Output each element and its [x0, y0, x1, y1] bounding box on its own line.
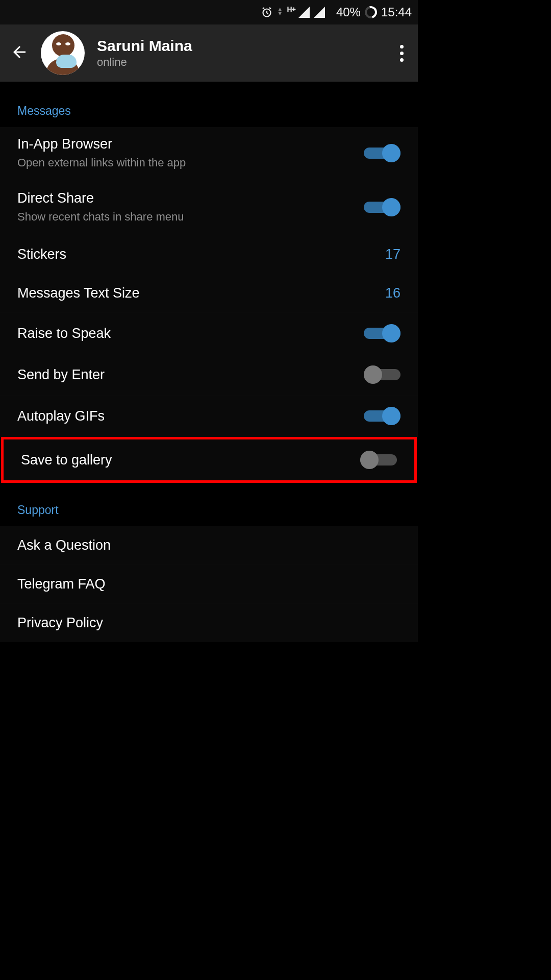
toggle-send-by-enter[interactable]: [364, 365, 400, 384]
row-title: Direct Share: [17, 190, 364, 206]
back-button[interactable]: [10, 43, 29, 63]
app-header: Saruni Maina online: [0, 24, 418, 82]
row-direct-share[interactable]: Direct Share Show recent chats in share …: [0, 181, 418, 235]
alarm-icon: [261, 6, 273, 18]
toggle-in-app-browser[interactable]: [364, 144, 400, 162]
row-raise-to-speak[interactable]: Raise to Speak: [0, 313, 418, 354]
battery-percent: 40%: [336, 5, 361, 19]
row-title: Privacy Policy: [17, 615, 400, 631]
row-save-to-gallery[interactable]: Save to gallery: [4, 439, 414, 480]
row-stickers[interactable]: Stickers 17: [0, 235, 418, 274]
row-title: In-App Browser: [17, 136, 364, 152]
row-title: Messages Text Size: [17, 285, 385, 301]
network-type: H+: [287, 5, 295, 13]
loading-circle-icon: [363, 4, 380, 21]
toggle-direct-share[interactable]: [364, 198, 400, 216]
header-titles[interactable]: Saruni Maina online: [97, 37, 384, 69]
settings-content: Messages In-App Browser Open external li…: [0, 82, 418, 642]
profile-name: Saruni Maina: [97, 37, 384, 55]
row-title: Telegram FAQ: [17, 576, 400, 592]
row-subtitle: Open external links within the app: [17, 156, 364, 169]
toggle-autoplay-gifs[interactable]: [364, 407, 400, 425]
row-send-by-enter[interactable]: Send by Enter: [0, 354, 418, 396]
row-privacy-policy[interactable]: Privacy Policy: [0, 604, 418, 642]
data-arrows-icon: ▲▼: [277, 7, 283, 15]
dots-icon: [400, 45, 404, 48]
row-telegram-faq[interactable]: Telegram FAQ: [0, 565, 418, 604]
signal-icon-2: [314, 7, 325, 18]
toggle-save-to-gallery[interactable]: [360, 451, 397, 469]
more-menu-button[interactable]: [396, 41, 408, 66]
row-ask-question[interactable]: Ask a Question: [0, 526, 418, 565]
section-header-messages: Messages: [0, 90, 418, 127]
row-title: Save to gallery: [21, 452, 360, 468]
row-title: Raise to Speak: [17, 326, 364, 341]
row-autoplay-gifs[interactable]: Autoplay GIFs: [0, 396, 418, 437]
toggle-raise-to-speak[interactable]: [364, 324, 400, 342]
profile-status: online: [97, 56, 384, 69]
row-title: Ask a Question: [17, 537, 400, 553]
section-header-support: Support: [0, 483, 418, 526]
text-size-value: 16: [385, 285, 400, 301]
row-text-size[interactable]: Messages Text Size 16: [0, 274, 418, 313]
highlight-box: Save to gallery: [1, 437, 417, 483]
row-subtitle: Show recent chats in share menu: [17, 210, 364, 224]
row-title: Send by Enter: [17, 367, 364, 383]
stickers-count: 17: [385, 247, 400, 262]
signal-icon-1: [298, 7, 310, 18]
row-title: Autoplay GIFs: [17, 408, 364, 424]
avatar[interactable]: [41, 31, 85, 75]
row-title: Stickers: [17, 247, 385, 262]
clock-time: 15:44: [381, 5, 412, 19]
status-bar: ▲▼ H+ 40% 15:44: [0, 0, 418, 24]
row-in-app-browser[interactable]: In-App Browser Open external links withi…: [0, 127, 418, 181]
